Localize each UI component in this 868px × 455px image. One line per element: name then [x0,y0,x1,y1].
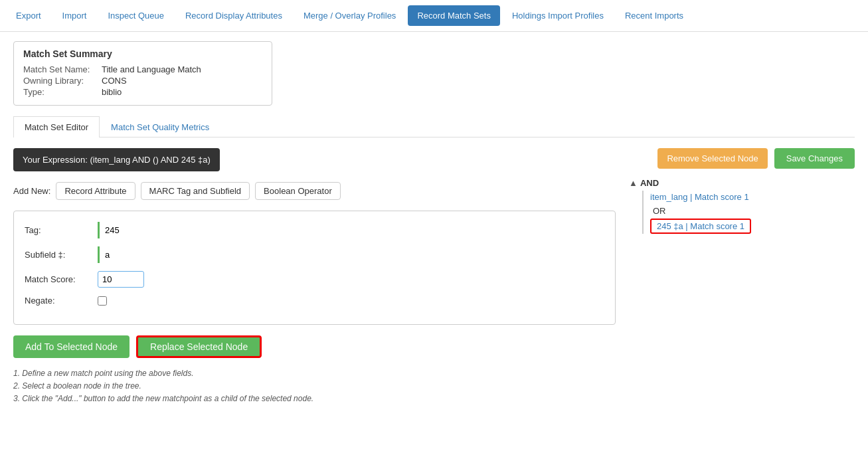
nav-holdings-import-profiles[interactable]: Holdings Import Profiles [503,5,613,26]
match-set-summary-box: Match Set Summary Match Set Name: Title … [13,41,272,106]
form-row-negate: Negate: [25,296,604,306]
tree-node-item-lang[interactable]: item_lang | Match score 1 [650,191,855,203]
nav-record-match-sets[interactable]: Record Match Sets [408,5,500,26]
tree-root-operator: AND [640,178,659,188]
action-buttons: Add To Selected Node Replace Selected No… [13,335,616,358]
content-area: Your Expression: (item_lang AND () AND 2… [13,148,855,406]
boolean-operator-button[interactable]: Boolean Operator [255,182,341,200]
form-label-match-score: Match Score: [25,274,98,284]
tree-node-245a-selected[interactable]: 245 ‡a | Match score 1 [650,219,855,234]
instruction-3: 3. Click the "Add..." button to add the … [13,393,616,405]
form-subfield-wrap [98,246,604,263]
match-score-input[interactable] [98,271,144,288]
summary-row-library: Owning Library: CONS [23,76,262,86]
tree-root: ▲ AND [629,178,855,188]
save-changes-button[interactable]: Save Changes [774,148,855,169]
form-row-match-score: Match Score: [25,271,604,288]
form-label-tag: Tag: [25,225,98,235]
nav-export[interactable]: Export [7,5,50,26]
expression-value: (item_lang AND () AND 245 ‡a) [90,155,210,165]
instruction-2: 2. Select a boolean node in the tree. [13,380,616,393]
expression-bar: Your Expression: (item_lang AND () AND 2… [13,148,220,171]
marc-tag-subfield-button[interactable]: MARC Tag and Subfield [141,182,250,200]
remove-selected-node-button[interactable]: Remove Selected Node [657,148,767,169]
summary-value-type: biblio [102,87,122,97]
tree-node-245a-label[interactable]: 245 ‡a | Match score 1 [650,219,751,234]
summary-label-type: Type: [23,87,96,97]
form-label-subfield: Subfield ‡: [25,250,98,260]
form-match-score-wrap [98,271,604,288]
form-row-tag: Tag: [25,222,604,238]
replace-selected-node-button[interactable]: Replace Selected Node [136,335,262,358]
summary-label-name: Match Set Name: [23,64,96,74]
form-tag-wrap [98,222,604,238]
left-panel: Your Expression: (item_lang AND () AND 2… [13,148,616,406]
tree-or-operator: OR [650,206,855,216]
form-row-subfield: Subfield ‡: [25,246,604,263]
nav-merge-overlay-profiles[interactable]: Merge / Overlay Profiles [294,5,405,26]
instructions: 1. Define a new match point using the ab… [13,367,616,406]
form-box: Tag: Subfield ‡: Match Score: [13,211,616,325]
summary-value-library: CONS [102,76,127,86]
negate-checkbox[interactable] [98,296,107,306]
tag-input[interactable] [98,222,151,238]
nav-recent-imports[interactable]: Recent Imports [616,5,693,26]
main-content: Match Set Summary Match Set Name: Title … [0,32,868,415]
top-navigation: Export Import Inspect Queue Record Displ… [0,0,868,32]
record-attribute-button[interactable]: Record Attribute [56,182,135,200]
match-tree: ▲ AND item_lang | Match score 1 OR 245 ‡… [629,178,855,234]
nav-record-display-attributes[interactable]: Record Display Attributes [176,5,292,26]
tree-branch: item_lang | Match score 1 OR 245 ‡a | Ma… [642,191,855,234]
summary-row-type: Type: biblio [23,87,262,97]
nav-inspect-queue[interactable]: Inspect Queue [98,5,173,26]
tree-caret-icon[interactable]: ▲ [629,178,638,188]
form-label-negate: Negate: [25,296,98,306]
summary-label-library: Owning Library: [23,76,96,86]
tab-match-set-editor[interactable]: Match Set Editor [13,116,100,137]
nav-import[interactable]: Import [53,5,96,26]
expression-label: Your Expression: [23,155,88,165]
add-new-row: Add New: Record Attribute MARC Tag and S… [13,182,616,200]
tab-match-set-quality-metrics[interactable]: Match Set Quality Metrics [100,116,220,137]
summary-row-name: Match Set Name: Title and Language Match [23,64,262,74]
right-top-buttons: Remove Selected Node Save Changes [629,148,855,169]
right-panel: Remove Selected Node Save Changes ▲ AND … [629,148,855,406]
instruction-1: 1. Define a new match point using the ab… [13,367,616,380]
summary-title: Match Set Summary [23,48,262,59]
tab-bar: Match Set Editor Match Set Quality Metri… [13,116,855,137]
add-new-label: Add New: [13,186,50,196]
add-to-selected-node-button[interactable]: Add To Selected Node [13,335,130,358]
subfield-input[interactable] [98,246,151,263]
summary-value-name: Title and Language Match [102,64,201,74]
